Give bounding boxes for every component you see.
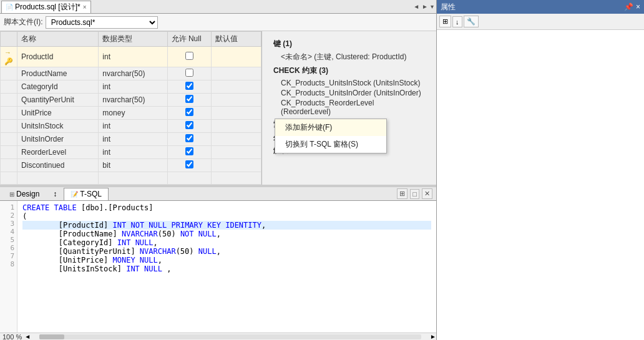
line-number: 6 <box>1 244 14 252</box>
col-null-header: 允许 Null <box>167 32 211 47</box>
col-name-cell[interactable]: UnitPrice <box>17 107 99 120</box>
table-row[interactable]: CategoryIdint <box>1 80 261 94</box>
table-row[interactable] <box>1 172 261 185</box>
table-row[interactable]: ProductNamenvarchar(50) <box>1 67 261 80</box>
col-default-cell[interactable] <box>211 120 261 133</box>
nullable-checkbox[interactable] <box>185 95 193 103</box>
col-null-cell[interactable] <box>167 172 211 185</box>
table-row[interactable]: UnitsInStockint <box>1 120 261 133</box>
col-type-cell[interactable]: int <box>99 146 167 159</box>
col-null-cell[interactable] <box>167 146 211 159</box>
col-null-cell[interactable] <box>167 80 211 94</box>
col-type-cell[interactable]: int <box>99 133 167 146</box>
col-default-cell[interactable] <box>211 94 261 107</box>
scroll-right-icon[interactable]: ► <box>422 3 428 10</box>
zoom-up-icon[interactable]: ► <box>430 333 436 340</box>
context-menu-item-add-fk[interactable]: 添加新外键(F) <box>275 119 386 136</box>
nullable-checkbox[interactable] <box>185 121 193 129</box>
col-name-header: 名称 <box>17 32 99 47</box>
col-default-cell[interactable] <box>211 172 261 185</box>
prop-sort-btn[interactable]: ↓ <box>452 16 462 27</box>
nullable-checkbox[interactable] <box>185 82 193 90</box>
scroll-thumb[interactable] <box>39 334 64 339</box>
col-name-cell[interactable]: CategoryId <box>17 80 99 94</box>
nullable-checkbox[interactable] <box>185 134 193 142</box>
col-type-cell[interactable]: int <box>99 80 167 94</box>
scroll-left-icon[interactable]: ◄ <box>413 3 419 10</box>
col-name-cell[interactable]: UnitsInOrder <box>17 133 99 146</box>
context-menu: 添加新外键(F) 切换到 T-SQL 窗格(S) <box>275 119 387 153</box>
col-null-cell[interactable] <box>167 67 211 80</box>
scroll-track[interactable] <box>39 334 421 339</box>
nullable-checkbox[interactable] <box>185 147 193 155</box>
col-type-cell[interactable]: nvarchar(50) <box>99 94 167 107</box>
file-select[interactable]: Products.sql* <box>46 16 158 29</box>
col-name-cell[interactable]: UnitsInStock <box>17 120 99 133</box>
col-name-cell[interactable]: Discontinued <box>17 159 99 172</box>
line-numbers: 12345678 <box>0 201 17 333</box>
col-default-cell[interactable] <box>211 67 261 80</box>
tab-close-button[interactable]: × <box>83 4 87 11</box>
col-type-cell[interactable]: nvarchar(50) <box>99 67 167 80</box>
col-default-cell[interactable] <box>211 107 261 120</box>
icon-btn-2[interactable]: □ <box>410 189 419 199</box>
col-type-cell[interactable]: int <box>99 47 167 67</box>
context-menu-item-switch-tsql[interactable]: 切换到 T-SQL 窗格(S) <box>275 136 386 153</box>
row-indicator: →🔑 <box>1 47 17 67</box>
col-null-cell[interactable] <box>167 120 211 133</box>
zoom-label: 100 % <box>0 333 22 341</box>
col-null-cell[interactable] <box>167 159 211 172</box>
code-area[interactable]: 12345678 CREATE TABLE [dbo].[Products]( … <box>0 201 436 333</box>
close-panel-icon[interactable]: × <box>636 2 640 11</box>
pin-panel-icon[interactable]: 📌 <box>624 2 633 11</box>
col-null-cell[interactable] <box>167 133 211 146</box>
col-name-cell[interactable]: QuantityPerUnit <box>17 94 99 107</box>
right-panel-content <box>437 30 644 340</box>
tab-label: Products.sql [设计]* <box>15 2 80 12</box>
design-icon: ⊞ <box>9 191 14 198</box>
nullable-checkbox[interactable] <box>185 52 193 60</box>
col-name-cell[interactable]: ProductId <box>17 47 99 67</box>
col-default-cell[interactable] <box>211 133 261 146</box>
col-type-cell[interactable]: bit <box>99 159 167 172</box>
table-row[interactable]: Discontinuedbit <box>1 159 261 172</box>
tab-design-label: Design <box>16 190 39 198</box>
table-row[interactable]: UnitsInOrderint <box>1 133 261 146</box>
col-null-cell[interactable] <box>167 94 211 107</box>
col-name-cell[interactable]: ProductName <box>17 67 99 80</box>
col-type-cell[interactable]: int <box>99 120 167 133</box>
prop-tool-btn[interactable]: 🔧 <box>464 16 479 27</box>
table-row[interactable]: QuantityPerUnitnvarchar(50) <box>1 94 261 107</box>
col-type-cell[interactable]: money <box>99 107 167 120</box>
pin-icon[interactable]: ▾ <box>431 3 434 10</box>
tab-transfer[interactable]: ↕ <box>46 188 64 200</box>
nullable-checkbox[interactable] <box>185 160 193 168</box>
main-tab[interactable]: 📄 Products.sql [设计]* × <box>1 1 91 13</box>
col-name-cell[interactable]: ReorderLevel <box>17 146 99 159</box>
col-null-cell[interactable] <box>167 47 211 67</box>
upper-area: 名称 数据类型 允许 Null 默认值 →🔑ProductIdintProduc… <box>0 31 436 185</box>
nullable-checkbox[interactable] <box>185 69 193 77</box>
prop-grid-btn[interactable]: ⊞ <box>439 16 451 27</box>
table-row[interactable]: ReorderLevelint <box>1 146 261 159</box>
col-default-cell[interactable] <box>211 146 261 159</box>
col-type-cell[interactable] <box>99 172 167 185</box>
table-row[interactable]: →🔑ProductIdint <box>1 47 261 67</box>
col-name-cell[interactable] <box>17 172 99 185</box>
code-content[interactable]: CREATE TABLE [dbo].[Products]( [ProductI… <box>17 201 436 333</box>
zoom-down-icon[interactable]: ◄ <box>24 333 31 340</box>
check-title: CHECK 约束 (3) <box>273 66 425 76</box>
table-row[interactable]: UnitPricemoney <box>1 107 261 120</box>
icon-btn-1[interactable]: ⊞ <box>397 188 407 199</box>
icon-btn-3[interactable]: ✕ <box>422 188 432 199</box>
row-indicator <box>1 133 17 146</box>
tab-tsql[interactable]: 📝 T-SQL <box>64 188 109 200</box>
tab-design[interactable]: ⊞ Design <box>2 188 46 200</box>
col-default-cell[interactable] <box>211 47 261 67</box>
nullable-checkbox[interactable] <box>185 108 193 116</box>
code-line: ( <box>22 212 431 221</box>
check-item-3: CK_Products_ReorderLevel (ReorderLevel) <box>273 98 425 117</box>
col-default-cell[interactable] <box>211 159 261 172</box>
col-default-cell[interactable] <box>211 80 261 94</box>
col-null-cell[interactable] <box>167 107 211 120</box>
